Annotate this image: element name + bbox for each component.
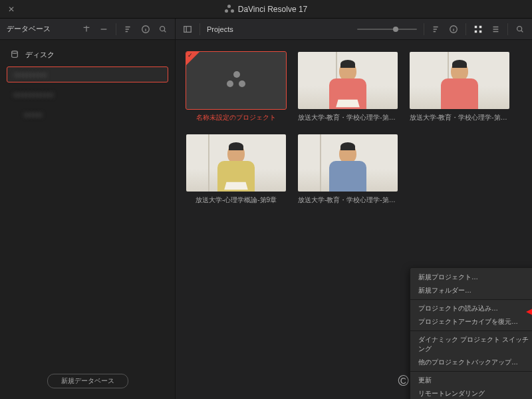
- project-name: 放送大学-心理学概論-第9章: [186, 196, 286, 205]
- divider: [116, 23, 116, 35]
- sort-icon[interactable]: [123, 24, 134, 35]
- sidebar-db-item[interactable]: xxxxxxxxx: [7, 66, 168, 82]
- svg-rect-2: [184, 26, 192, 32]
- divider: [424, 23, 424, 35]
- project-card[interactable]: 名称未設定のプロジェクト: [186, 52, 286, 122]
- info-icon[interactable]: [140, 24, 151, 35]
- project-thumb: [410, 52, 509, 109]
- project-thumb: [298, 134, 398, 192]
- svg-rect-7: [479, 30, 482, 33]
- toolbar-right: Projects: [176, 19, 532, 39]
- sidebar: ディスク xxxxxxxxx xxxxxxxxxxx xxxxx 新規データベー…: [0, 40, 176, 399]
- menu-remote-rendering[interactable]: リモートレンダリング: [410, 387, 532, 399]
- db-add-icon[interactable]: [81, 24, 92, 35]
- project-card[interactable]: 放送大学-教育・学校心理学-第9章-…: [298, 52, 398, 122]
- database-label: データベース: [7, 24, 51, 34]
- sidebar-db-item[interactable]: xxxxxxxxxxx: [7, 86, 168, 102]
- sidebar-section-label: ディスク: [25, 50, 55, 60]
- project-thumb: [186, 134, 286, 192]
- toolbar-left: データベース: [0, 19, 176, 39]
- new-database-button[interactable]: 新規データベース: [47, 374, 128, 388]
- app-title: DaVinci Resolve 17: [238, 5, 308, 14]
- menu-dynamic-switching[interactable]: ダイナミック プロジェクト スイッチング: [410, 333, 532, 356]
- project-name: 放送大学-教育・学校心理学-第8章: [298, 196, 398, 205]
- menu-new-project[interactable]: 新規プロジェクト…: [410, 271, 532, 284]
- project-thumb: [186, 52, 286, 109]
- sidebar-toggle-icon[interactable]: [182, 24, 193, 35]
- toolbar: データベース Projects: [0, 19, 532, 40]
- context-menu: 新規プロジェクト… 新規フォルダー… プロジェクトの読み込み… プロジェクトアー…: [410, 267, 532, 399]
- menu-refresh[interactable]: 更新: [410, 374, 532, 387]
- divider: [507, 23, 508, 35]
- menu-separator: [410, 371, 532, 372]
- svg-point-9: [12, 51, 18, 54]
- project-grid-area[interactable]: 名称未設定のプロジェクト 放送大学-教育・学校心理学-第9章-… 放送大学-教育…: [176, 40, 532, 399]
- project-card[interactable]: 放送大学-教育・学校心理学-第9章-…: [410, 52, 509, 122]
- svg-rect-5: [479, 25, 482, 28]
- app-logo-icon: [225, 5, 234, 14]
- project-card[interactable]: 放送大学-心理学概論-第9章: [186, 134, 286, 205]
- menu-restore-archive[interactable]: プロジェクトアーカイブを復元…: [410, 315, 532, 329]
- search-icon[interactable]: [515, 24, 525, 35]
- projects-label: Projects: [207, 25, 233, 33]
- grid-view-icon[interactable]: [473, 24, 483, 35]
- close-icon[interactable]: ✕: [8, 5, 15, 14]
- svg-rect-6: [475, 30, 477, 33]
- info-icon[interactable]: [448, 24, 459, 35]
- sort-icon[interactable]: [431, 24, 442, 35]
- menu-import-project[interactable]: プロジェクトの読み込み…: [410, 302, 532, 315]
- menu-other-backups[interactable]: 他のプロジェクトバックアップ…: [410, 356, 532, 369]
- db-remove-icon[interactable]: [98, 24, 109, 35]
- disk-icon: [9, 49, 20, 60]
- divider: [466, 23, 466, 35]
- project-grid: 名称未設定のプロジェクト 放送大学-教育・学校心理学-第9章-… 放送大学-教育…: [186, 52, 521, 205]
- svg-point-8: [517, 26, 522, 31]
- svg-point-1: [160, 26, 165, 31]
- project-name: 放送大学-教育・学校心理学-第9章-…: [410, 113, 509, 122]
- divider: [200, 23, 200, 35]
- check-icon: [186, 52, 200, 65]
- resolve-logo-icon: [227, 71, 245, 90]
- project-card[interactable]: 放送大学-教育・学校心理学-第8章: [298, 134, 398, 205]
- menu-separator: [410, 299, 532, 300]
- menu-new-folder[interactable]: 新規フォルダー…: [410, 284, 532, 297]
- thumbnail-size-slider[interactable]: [357, 29, 417, 30]
- titlebar: ✕ DaVinci Resolve 17: [0, 0, 532, 19]
- project-thumb: [298, 52, 398, 109]
- search-icon[interactable]: [158, 24, 168, 35]
- project-name: 放送大学-教育・学校心理学-第9章-…: [298, 113, 398, 122]
- project-name: 名称未設定のプロジェクト: [186, 113, 286, 122]
- menu-separator: [410, 331, 532, 331]
- sidebar-section-disk[interactable]: ディスク: [0, 47, 175, 63]
- list-view-icon[interactable]: [490, 24, 501, 35]
- sidebar-db-item[interactable]: xxxxx: [7, 106, 168, 122]
- titlebar-center: DaVinci Resolve 17: [0, 5, 532, 14]
- svg-rect-4: [475, 25, 477, 28]
